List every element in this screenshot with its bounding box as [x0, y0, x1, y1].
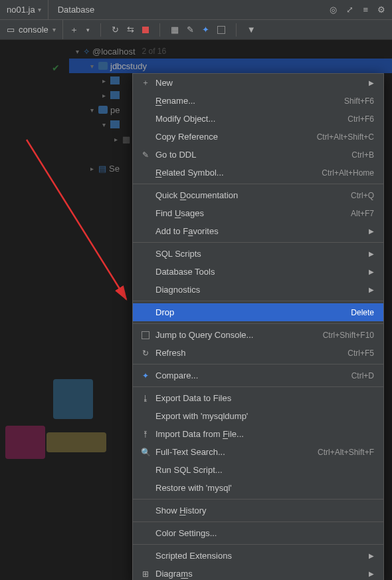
menu-label: Restore with 'mysql' — [153, 483, 374, 493]
menu-label: Quick Documentation — [153, 190, 351, 200]
ddl-icon[interactable] — [217, 26, 225, 34]
chevron-right-icon[interactable]: ▸ — [88, 165, 96, 172]
menu-drop[interactable]: Drop Delete — [133, 303, 383, 321]
menu-database-tools[interactable]: Database Tools ▶ — [133, 263, 383, 281]
console-icon — [138, 331, 153, 339]
menu-diagnostics[interactable]: Diagnostics ▶ — [133, 281, 383, 299]
menu-separator — [133, 364, 383, 364]
chevron-down-icon[interactable]: ▾ — [88, 106, 96, 114]
editor-tab[interactable]: no01.ja ▾ — [0, 0, 48, 19]
menu-label: Related Symbol... — [153, 168, 322, 178]
menu-label: Export Data to Files — [153, 393, 374, 403]
menu-label: Database Tools — [153, 267, 369, 277]
menu-shortcut: Shift+F6 — [344, 96, 374, 106]
folder-icon — [110, 76, 120, 84]
compare-icon: ✦ — [138, 371, 153, 380]
console-icon: ▭ — [7, 25, 15, 35]
expand-icon[interactable]: ⤢ — [346, 5, 353, 15]
chevron-down-icon[interactable]: ▾ — [88, 63, 96, 70]
header-tools: ◎ ⤢ ≡ ⚙ — [330, 5, 392, 15]
filter-icon[interactable]: ▼ — [247, 25, 256, 35]
stop-icon[interactable] — [142, 27, 149, 33]
server-label: Se — [109, 164, 120, 174]
chevron-right-icon[interactable]: ▸ — [112, 136, 120, 143]
menu-label: Scripted Extensions — [153, 551, 369, 561]
edit-icon[interactable]: ✎ — [187, 25, 194, 35]
target-icon[interactable]: ◎ — [330, 5, 337, 15]
menu-label: Run SQL Script... — [153, 465, 374, 475]
menu-related-symbol[interactable]: Related Symbol... Ctrl+Alt+Home — [133, 164, 383, 182]
menu-label: Drop — [153, 307, 351, 317]
chevron-right-icon: ▶ — [369, 286, 374, 293]
menu-shortcut: Alt+F7 — [351, 209, 374, 218]
menu-separator — [133, 242, 383, 243]
gear-icon[interactable]: ⚙ — [377, 5, 385, 15]
datasource-label: @localhost — [92, 47, 136, 57]
menu-label: Modify Object... — [153, 114, 347, 124]
download-icon: ⭳ — [138, 394, 153, 403]
menu-restore[interactable]: Restore with 'mysql' — [133, 479, 383, 497]
menu-history[interactable]: Show History — [133, 502, 383, 519]
menu-export-dump[interactable]: Export with 'mysqldump' — [133, 407, 383, 425]
menu-rename[interactable]: Rename... Shift+F6 — [133, 92, 383, 110]
menu-shortcut: Ctrl+B — [351, 150, 374, 160]
menu-new[interactable]: ＋ New ▶ — [133, 74, 383, 92]
menu-shortcut: Delete — [351, 308, 374, 317]
file-tab-label: no01.ja — [7, 5, 35, 15]
menu-copy-reference[interactable]: Copy Reference Ctrl+Alt+Shift+C — [133, 128, 383, 146]
menu-jump-console[interactable]: Jump to Query Console... Ctrl+Shift+F10 — [133, 326, 383, 344]
tree-schema-selected[interactable]: ▾ jdbcstudy — [69, 59, 392, 73]
chevron-down-icon[interactable]: ▾ — [73, 48, 81, 55]
search-icon: 🔍 — [138, 448, 153, 457]
add-icon[interactable]: ＋ — [70, 24, 78, 36]
menu-separator — [133, 386, 383, 387]
chevron-right-icon: ▶ — [369, 79, 374, 86]
menu-fulltext-search[interactable]: 🔍 Full-Text Search... Ctrl+Alt+Shift+F — [133, 443, 383, 461]
sync-icon[interactable]: ⇆ — [127, 25, 134, 35]
menu-compare[interactable]: ✦ Compare... Ctrl+D — [133, 366, 383, 384]
folder-icon — [110, 120, 120, 128]
datasource-count: 2 of 16 — [142, 47, 167, 56]
menu-shortcut: Ctrl+F5 — [347, 349, 374, 358]
chevron-down-icon[interactable]: ▾ — [100, 121, 108, 128]
tree-datasource[interactable]: ▾ ⟡ @localhost 2 of 16 — [69, 44, 392, 59]
menu-label: Color Settings... — [153, 528, 374, 538]
preview-blob — [5, 426, 45, 459]
chevron-down-icon[interactable]: ▾ — [86, 27, 90, 33]
menu-run-sql[interactable]: Run SQL Script... — [133, 461, 383, 479]
menu-scripted-ext[interactable]: Scripted Extensions ▶ — [133, 547, 383, 565]
console-chip[interactable]: ▭ console ▾ — [0, 20, 63, 39]
chevron-right-icon[interactable]: ▸ — [100, 77, 108, 84]
collapse-icon[interactable]: ≡ — [363, 5, 368, 15]
menu-sql-scripts[interactable]: SQL Scripts ▶ — [133, 245, 383, 263]
menu-diagrams[interactable]: ⊞ Diagrams ▶ — [133, 565, 383, 580]
menu-import-file[interactable]: ⭱ Import Data from File... — [133, 425, 383, 443]
menu-favorites[interactable]: Add to Favorites ▶ — [133, 222, 383, 240]
menu-label: Export with 'mysqldump' — [153, 411, 374, 421]
table-icon[interactable]: ▦ — [171, 25, 179, 35]
refresh-icon: ↻ — [138, 349, 153, 358]
chevron-right-icon: ▶ — [369, 570, 374, 577]
menu-label: Diagrams — [153, 569, 369, 579]
menu-label: Import Data from File... — [153, 429, 374, 439]
menu-go-to-ddl[interactable]: ✎ Go to DDL Ctrl+B — [133, 146, 383, 164]
schema-icon — [98, 106, 108, 114]
edit-icon: ✎ — [138, 150, 153, 160]
menu-find-usages[interactable]: Find Usages Alt+F7 — [133, 204, 383, 222]
schema-icon — [98, 62, 108, 70]
upload-icon: ⭱ — [138, 430, 153, 439]
menu-refresh[interactable]: ↻ Refresh Ctrl+F5 — [133, 344, 383, 362]
menu-export-files[interactable]: ⭳ Export Data to Files — [133, 389, 383, 407]
menu-color-settings[interactable]: Color Settings... — [133, 524, 383, 542]
chevron-right-icon: ▶ — [369, 250, 374, 257]
preview-blob — [47, 432, 106, 452]
menu-modify[interactable]: Modify Object... Ctrl+F6 — [133, 110, 383, 128]
key-icon[interactable]: ✦ — [202, 25, 209, 35]
menu-label: Rename... — [153, 96, 344, 106]
refresh-icon[interactable]: ↻ — [112, 25, 119, 35]
menu-label: Jump to Query Console... — [153, 330, 323, 340]
menu-quick-doc[interactable]: Quick Documentation Ctrl+Q — [133, 186, 383, 204]
chevron-right-icon[interactable]: ▸ — [100, 92, 108, 99]
schema-label: jdbcstudy — [110, 61, 147, 71]
chevron-down-icon[interactable]: ▾ — [38, 6, 41, 13]
